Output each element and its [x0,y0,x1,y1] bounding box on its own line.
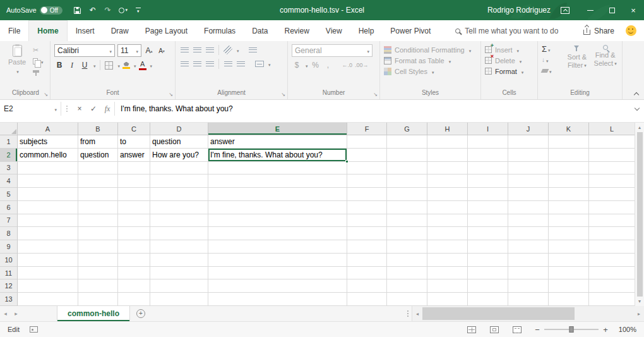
view-page-break-icon[interactable] [513,326,522,333]
cell-G2[interactable] [387,149,427,162]
record-macro-icon[interactable] [30,326,38,333]
cell-C10[interactable] [118,254,150,267]
formula-bar-drag-handle[interactable] [66,108,68,109]
cell-F9[interactable] [347,240,387,254]
collapse-ribbon-icon[interactable] [634,91,639,96]
column-header-D[interactable]: D [150,123,208,135]
cell-I8[interactable] [468,227,508,240]
merge-center-button[interactable] [254,58,265,70]
cell-F11[interactable] [347,267,387,280]
column-header-B[interactable]: B [78,123,118,135]
minimize-button[interactable] [580,0,601,20]
format-cells-button[interactable]: Format [485,66,534,77]
cell-H13[interactable] [427,293,468,306]
column-header-I[interactable]: I [468,123,508,135]
save-icon[interactable] [71,3,84,17]
cell-E2[interactable]: I'm fine, thanks. What about you? [208,149,347,162]
cell-L12[interactable] [589,279,635,293]
cell-H10[interactable] [427,254,468,267]
cell-F4[interactable] [347,175,387,188]
cell-L11[interactable] [589,267,635,280]
cell-C4[interactable] [118,175,150,188]
cell-D7[interactable] [150,214,208,228]
redo-icon[interactable]: ↷ [102,3,114,17]
cell-K3[interactable] [549,162,589,175]
font-color-dropdown-icon[interactable] [149,61,153,70]
font-dialog-launcher-icon[interactable] [169,92,173,97]
zoom-slider[interactable] [544,329,599,330]
clipboard-dialog-launcher-icon[interactable] [44,92,48,97]
align-right-button[interactable] [205,58,215,70]
tab-home[interactable]: Home [28,20,67,41]
percent-style-button[interactable]: % [311,59,321,71]
top-align-button[interactable] [179,44,189,56]
cell-C2[interactable]: answer [118,149,150,162]
row-header-12[interactable]: 12 [0,279,18,293]
cell-B3[interactable] [78,162,118,175]
delete-cells-button[interactable]: Delete [485,55,534,66]
font-name-combo[interactable]: Calibri [54,44,115,57]
cell-J11[interactable] [508,267,549,280]
cell-B4[interactable] [78,175,118,188]
cell-A7[interactable] [18,214,78,228]
cell-C9[interactable] [118,240,150,254]
cell-K13[interactable] [549,293,589,306]
cell-A10[interactable] [18,254,78,267]
cell-B12[interactable] [78,279,118,293]
cell-styles-button[interactable]: Cell Styles [384,66,477,77]
user-name[interactable]: Rodrigo Rodriguez [487,6,551,15]
cell-K11[interactable] [549,267,589,280]
cell-A4[interactable] [18,175,78,188]
column-header-G[interactable]: G [387,123,427,135]
cell-J9[interactable] [508,240,549,254]
cell-J6[interactable] [508,201,549,214]
tab-power-pivot[interactable]: Power Pivot [382,20,439,41]
cell-A1[interactable]: subjects [18,135,78,149]
autosave-pill[interactable]: Off [40,6,63,15]
cell-H3[interactable] [427,162,468,175]
cell-I2[interactable] [468,149,508,162]
cell-L3[interactable] [589,162,635,175]
cell-I3[interactable] [468,162,508,175]
column-header-J[interactable]: J [508,123,549,135]
cell-B13[interactable] [78,293,118,306]
cell-A2[interactable]: common.hello [18,149,78,162]
cell-E7[interactable] [208,214,347,228]
paste-button[interactable]: Paste [5,44,29,89]
cell-B8[interactable] [78,227,118,240]
cell-C8[interactable] [118,227,150,240]
maximize-button[interactable] [601,0,623,20]
cell-J1[interactable] [508,135,549,149]
cell-G6[interactable] [387,201,427,214]
cell-H5[interactable] [427,188,468,201]
underline-dropdown-icon[interactable] [92,61,96,70]
align-left-button[interactable] [179,58,189,70]
column-header-H[interactable]: H [427,123,468,135]
cell-C7[interactable] [118,214,150,228]
column-header-C[interactable]: C [118,123,150,135]
column-header-K[interactable]: K [549,123,589,135]
select-all-button[interactable] [0,123,18,135]
cell-I4[interactable] [468,175,508,188]
italic-button[interactable]: I [67,59,77,71]
sheet-tab-splitter[interactable] [404,306,412,321]
cell-G11[interactable] [387,267,427,280]
merge-center-dropdown-icon[interactable] [267,59,271,68]
cell-B10[interactable] [78,254,118,267]
grow-font-button[interactable]: A [144,45,154,56]
tab-draw[interactable]: Draw [103,20,137,41]
cell-C6[interactable] [118,201,150,214]
cell-G1[interactable] [387,135,427,149]
cell-D10[interactable] [150,254,208,267]
cell-F8[interactable] [347,227,387,240]
row-header-4[interactable]: 4 [0,175,18,188]
cell-L10[interactable] [589,254,635,267]
close-button[interactable]: × [623,0,644,20]
undo-icon[interactable]: ↶ [86,3,99,17]
cell-E4[interactable] [208,175,347,188]
cell-G5[interactable] [387,188,427,201]
cell-D11[interactable] [150,267,208,280]
cell-J13[interactable] [508,293,549,306]
cell-I13[interactable] [468,293,508,306]
cell-G3[interactable] [387,162,427,175]
